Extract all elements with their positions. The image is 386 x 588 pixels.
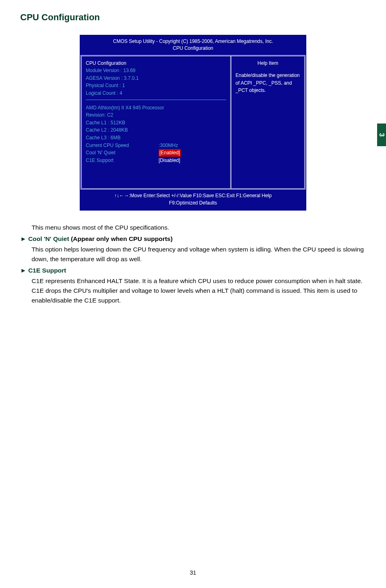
bios-current-speed-row: Current CPU Speed :300MHz (86, 142, 226, 149)
bios-right-pane: Help Item Enable/disable the generation … (231, 56, 304, 189)
bios-cpu-name: AMD Athlon(tm) II X4 945 Processor (86, 104, 226, 112)
body-content: This menu shows most of the CPU specific… (20, 223, 366, 305)
chapter-number: 3 (378, 133, 385, 137)
bios-c1e-label: C1E Support (86, 157, 159, 164)
arrow-icon: ► (20, 267, 26, 274)
bios-help-title: Help Item (235, 60, 300, 67)
bios-logical-count: Logical Count : 4 (86, 89, 226, 97)
bios-help-text: Enable/disable the generation of ACPI _P… (235, 72, 300, 94)
bios-c1e-value: [Disabled] (159, 157, 180, 164)
intro-text: This menu shows most of the CPU specific… (20, 223, 366, 232)
bios-header-line1: CMOS Setup Utility - Copyright (C) 1985-… (82, 38, 304, 45)
bios-footer-line2: F9:Optimized Defaults (82, 199, 304, 207)
c1e-title: C1E Support (28, 267, 66, 274)
c1e-text: C1E represents Enhanced HALT State. It i… (20, 276, 366, 305)
bios-divider (86, 100, 226, 100)
bios-current-speed-label: Current CPU Speed (86, 142, 159, 149)
bios-agesa-version: AGESA Version : 3.7.0.1 (86, 75, 226, 82)
bios-footer: ↑↓←→:Move Enter:Select +/-/:Value F10:Sa… (81, 190, 305, 210)
bios-cache-l1: Cache L1 : 512KB (86, 119, 226, 127)
bios-header-line2: CPU Configuration (82, 45, 304, 52)
bios-section-title: CPU Configuration (86, 60, 226, 67)
bios-header: CMOS Setup Utility - Copyright (C) 1985-… (81, 36, 305, 55)
bios-cache-l3: Cache L3 : 6MB (86, 134, 226, 142)
bios-physical-count: Physical Count : 1 (86, 82, 226, 89)
bios-window: CMOS Setup Utility - Copyright (C) 1985-… (80, 35, 306, 211)
bios-footer-line1: ↑↓←→:Move Enter:Select +/-/:Value F10:Sa… (82, 192, 304, 199)
bios-revision: Revision: C2 (86, 111, 226, 119)
page-title: CPU Configuration (20, 12, 366, 23)
cool-heading: ► Cool 'N' Quiet (Appear only when CPU s… (20, 234, 366, 244)
cool-title-prefix: Cool 'N' Quiet (28, 235, 69, 242)
page-number: 31 (0, 569, 386, 576)
bios-left-pane: CPU Configuration Module Version : 13.69… (82, 56, 231, 189)
bios-c1e-row[interactable]: C1E Support [Disabled] (86, 157, 226, 164)
bios-body: CPU Configuration Module Version : 13.69… (81, 55, 305, 190)
bios-current-speed-value: :300MHz (159, 142, 178, 149)
bios-module-version: Module Version : 13.69 (86, 67, 226, 75)
chapter-tab: 3 (377, 124, 386, 146)
cool-text: This option helps lowering down the CPU … (20, 245, 366, 264)
bios-cool-value: [Enabled] (159, 149, 181, 157)
bios-cache-l2: Cache L2 : 2048KB (86, 126, 226, 134)
arrow-icon: ► (20, 235, 26, 242)
bios-cool-label: Cool 'N' Quiet (86, 149, 159, 157)
c1e-heading: ► C1E Support (20, 266, 366, 275)
bios-cool-row[interactable]: Cool 'N' Quiet [Enabled] (86, 149, 226, 157)
cool-title-suffix: (Appear only when CPU supports) (69, 235, 173, 242)
